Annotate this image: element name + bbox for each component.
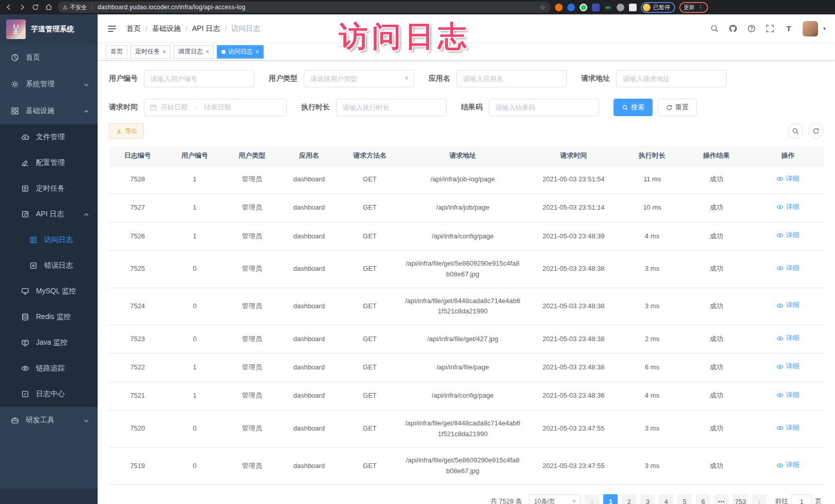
cell-url: /api/infra/job/page — [402, 194, 523, 222]
browser-profile-chip[interactable]: 已暂停 — [641, 2, 675, 13]
extension-icon[interactable] — [617, 4, 624, 11]
page-button-1[interactable]: 1 — [603, 494, 618, 504]
page-button-5[interactable]: 5 — [677, 494, 692, 504]
extension-icon[interactable] — [567, 4, 575, 11]
next-page-button[interactable]: › — [752, 494, 767, 504]
detail-link[interactable]: 详细 — [776, 230, 799, 241]
more-pages-icon[interactable]: ••• — [714, 494, 729, 504]
sidebar-footer — [0, 489, 98, 504]
search-icon[interactable] — [710, 24, 719, 33]
user-type-select-input[interactable] — [304, 70, 414, 87]
detail-link[interactable]: 详细 — [776, 202, 799, 213]
cell-action: 详细 — [752, 325, 824, 353]
infra-submenu: 文件管理 配置管理 定时任务 API 日志 访问日志 — [0, 124, 98, 407]
detail-link[interactable]: 详细 — [776, 333, 799, 344]
browser-menu-icon[interactable]: ⋮ — [698, 4, 704, 11]
back-icon[interactable] — [4, 3, 13, 12]
detail-link[interactable]: 详细 — [776, 174, 799, 184]
result-code-input[interactable] — [489, 99, 599, 116]
detail-link[interactable]: 详细 — [776, 423, 799, 434]
extension-icon[interactable] — [555, 4, 563, 11]
refresh-button[interactable] — [808, 123, 824, 139]
sidebar-item-mysql-monitor[interactable]: MySQL 监控 — [0, 278, 98, 304]
close-icon[interactable]: × — [255, 49, 259, 55]
detail-link[interactable]: 详细 — [776, 361, 799, 372]
page-size-select[interactable]: 10条/页 ▼ — [529, 494, 581, 504]
end-date-placeholder: 结束日期 — [204, 103, 231, 112]
tab-schedule-log[interactable]: 调度日志× — [174, 45, 214, 59]
sidebar-item-api-log[interactable]: API 日志 — [0, 201, 98, 227]
breadcrumb-infra[interactable]: 基础设施 — [152, 24, 181, 33]
eye-icon — [776, 203, 784, 211]
request-time-range-picker[interactable]: 开始日期 - 结束日期 — [144, 99, 287, 116]
page-button-2[interactable]: 2 — [622, 494, 636, 504]
tab-scheduled-jobs[interactable]: 定时任务× — [131, 45, 171, 59]
breadcrumb-api-log[interactable]: API 日志 — [192, 24, 220, 33]
extension-icon[interactable] — [592, 4, 600, 11]
toggle-search-button[interactable] — [788, 123, 803, 139]
extension-icon[interactable] — [580, 4, 587, 11]
cell-result: 成功 — [681, 382, 752, 410]
goto-page-input[interactable] — [791, 494, 812, 504]
sidebar-item-log-center[interactable]: 日志中心 — [0, 381, 98, 407]
pagination: 共 7528 条 10条/页 ▼ ‹ 1 2 3 4 5 6 ••• 753 ›… — [109, 494, 824, 504]
sidebar-item-redis-monitor[interactable]: Redis 监控 — [0, 304, 98, 330]
close-icon[interactable]: × — [162, 49, 166, 55]
page-button-6[interactable]: 6 — [696, 494, 710, 504]
detail-link[interactable]: 详细 — [776, 390, 799, 401]
reset-button[interactable]: 重置 — [658, 99, 697, 116]
filter-form: 用户编号 用户类型 ▼ 应用名 请 — [109, 70, 824, 116]
detail-link[interactable]: 详细 — [776, 300, 799, 311]
address-bar[interactable]: ⚠ 不安全 dashboard.yudao.iocoder.cn/infra/l… — [58, 2, 551, 13]
app-logo[interactable]: 芋道管理系统 — [0, 14, 98, 44]
page-button-last[interactable]: 753 — [733, 494, 748, 504]
avatar-caret-icon[interactable]: ▾ — [823, 26, 826, 31]
page-button-4[interactable]: 4 — [659, 494, 673, 504]
sidebar-item-dev-tools[interactable]: 研发工具 — [0, 407, 98, 434]
dashboard-icon — [10, 53, 20, 62]
sidebar-item-infra[interactable]: 基础设施 — [0, 98, 98, 124]
page-button-3[interactable]: 3 — [640, 494, 655, 504]
sidebar-menu: 首页 系统管理 基础设施 文件管理 配置管理 — [0, 44, 98, 489]
font-size-icon[interactable]: T — [784, 24, 793, 33]
cell-app-name: dashboard — [281, 165, 338, 194]
bookmark-star-icon[interactable]: ☆ — [540, 4, 546, 11]
help-icon[interactable] — [747, 24, 756, 33]
tab-home[interactable]: 首页 — [106, 45, 127, 59]
user-id-input[interactable] — [144, 70, 254, 87]
detail-link[interactable]: 详细 — [776, 263, 799, 274]
prev-page-button[interactable]: ‹ — [585, 494, 599, 504]
extensions-puzzle-icon[interactable] — [629, 4, 637, 11]
sidebar-item-system[interactable]: 系统管理 — [0, 71, 98, 98]
tab-access-log[interactable]: 访问日志× — [217, 45, 264, 59]
breadcrumb-home[interactable]: 首页 — [126, 24, 141, 33]
cell-method: GET — [338, 382, 402, 410]
sidebar-item-trace[interactable]: 链路追踪 — [0, 356, 98, 381]
request-url-input[interactable] — [616, 70, 727, 87]
sidebar-item-error-log[interactable]: 错误日志 — [0, 253, 98, 278]
hamburger-icon[interactable] — [107, 24, 117, 34]
reload-icon[interactable] — [31, 3, 40, 12]
search-button[interactable]: 搜索 — [614, 99, 653, 116]
fullscreen-icon[interactable] — [766, 24, 775, 33]
sidebar-item-java-monitor[interactable]: Java 监控 — [0, 330, 98, 356]
sidebar-item-scheduled-jobs[interactable]: 定时任务 — [0, 176, 98, 201]
breadcrumb-access-log: 访问日志 — [231, 24, 260, 33]
insecure-warning-icon[interactable]: ⚠ 不安全 — [63, 4, 87, 11]
duration-input[interactable] — [336, 99, 447, 116]
sidebar-item-file-management[interactable]: 文件管理 — [0, 124, 98, 150]
user-type-select[interactable]: ▼ — [304, 70, 414, 87]
home-icon[interactable] — [44, 3, 53, 12]
export-button[interactable]: 导出 — [109, 123, 144, 139]
sidebar-item-config-management[interactable]: 配置管理 — [0, 150, 98, 176]
sidebar-item-access-log[interactable]: 访问日志 — [0, 227, 98, 253]
browser-update-button[interactable]: 更新 ⋮ — [679, 2, 708, 13]
github-icon[interactable] — [729, 24, 738, 33]
detail-link[interactable]: 详细 — [776, 460, 799, 471]
forward-icon[interactable] — [17, 3, 27, 12]
cell-time: 2021-05-03 23:48:38 — [524, 325, 624, 353]
close-icon[interactable]: × — [206, 49, 209, 55]
sidebar-item-home[interactable]: 首页 — [0, 44, 98, 71]
app-name-input[interactable] — [456, 70, 567, 87]
avatar[interactable] — [803, 21, 818, 36]
